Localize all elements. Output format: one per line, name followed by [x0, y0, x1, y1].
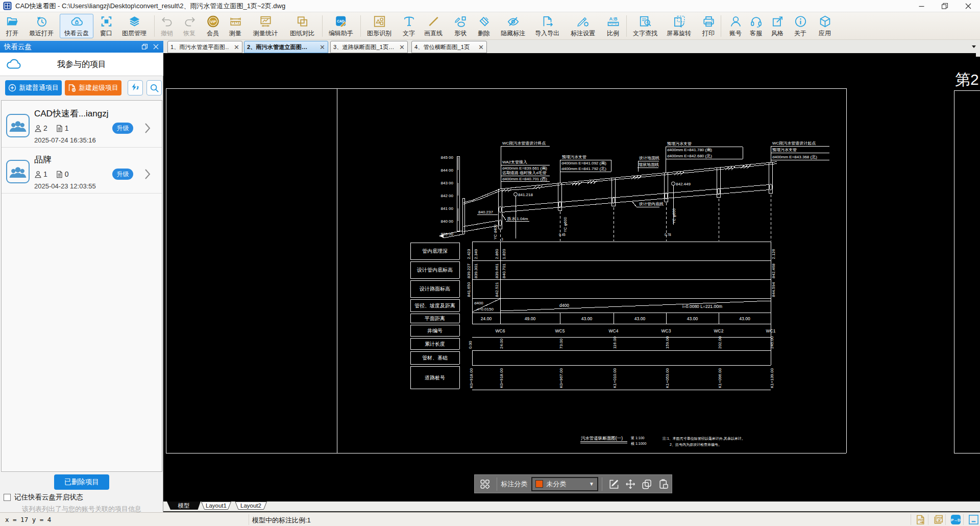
tab-close-icon[interactable]: ✕ — [478, 44, 484, 51]
support-icon — [749, 15, 763, 28]
cad-text: d400 — [559, 303, 569, 308]
doc-tab-label: 4、管位横断面图_1页 — [414, 43, 474, 51]
cad-text: 1.820 — [502, 249, 506, 259]
cad-text: 2.126 — [771, 249, 776, 259]
restore-button[interactable] — [933, 0, 957, 12]
p2d-converter-icon[interactable]: P→D — [950, 514, 962, 525]
paste-annotation-icon[interactable] — [658, 478, 669, 490]
ribbon-label: 图形识别 — [367, 29, 391, 38]
ribbon-window[interactable]: 窗口 — [94, 14, 118, 38]
ribbon-layer-manager[interactable]: 图层管理 — [118, 14, 150, 38]
cad-geometry — [166, 88, 980, 453]
cad-text: WC3 — [662, 328, 671, 333]
edit-annotation-icon[interactable] — [608, 478, 620, 490]
ribbon-label: 图层管理 — [122, 29, 146, 38]
move-annotation-icon[interactable] — [625, 478, 636, 490]
doc-tab[interactable]: 3、道路纵断面图_1页…✕ — [330, 41, 408, 53]
cad-text: 注:1、本图尺寸单位除管径以毫米计外,其余以米计。 — [663, 436, 745, 441]
doc-tab[interactable]: 1、雨污水管道平面图…✕ — [167, 41, 242, 53]
ribbon-open[interactable]: 打开 — [1, 14, 24, 38]
ribbon-draw-line[interactable]: 画直线 — [418, 14, 449, 38]
cad-text: 管径、坡度及距离 — [414, 303, 455, 308]
minimized-drawing-icon[interactable] — [968, 514, 979, 525]
copy-annotation-icon[interactable] — [641, 478, 652, 490]
panel-float-button[interactable] — [139, 42, 150, 52]
annotation-grid-icon[interactable] — [479, 478, 491, 490]
ribbon-edit-assistant[interactable]: CAD编辑助手 — [325, 14, 357, 38]
ribbon-delete[interactable]: 删除 — [472, 14, 496, 38]
tab-layout1[interactable]: Layout1 — [206, 503, 227, 509]
project-item[interactable]: 品牌10升级2025-04-23 12:03:55 — [2, 147, 162, 193]
new-normal-project-button[interactable]: 新建普通项目 — [5, 80, 62, 95]
ribbon-label: 打开 — [6, 29, 18, 38]
ribbon-apps[interactable]: 应用 — [813, 14, 837, 38]
status-bar: x = 17 y = 4 模型中的标注比例:1 PDF PDF P→D — [0, 512, 980, 526]
screen-rotate-icon — [672, 15, 686, 28]
ribbon-measure[interactable]: 测量 — [224, 14, 247, 38]
cad-text: WC段污水管道设计起点 — [772, 141, 816, 146]
ribbon-vip[interactable]: VIP会员 — [201, 14, 225, 38]
remember-state-checkbox[interactable] — [4, 494, 11, 501]
ribbon-measure-stats[interactable]: 测量统计 — [250, 14, 281, 38]
annotation-category-dropdown[interactable]: 未分类 ▼ — [531, 477, 598, 491]
deleted-projects-button[interactable]: 已删除项目 — [54, 474, 109, 490]
drawing-canvas[interactable]: 第2845 00844 00843 00842 00841 00840 0083… — [163, 53, 980, 501]
ribbon-hide-annotations[interactable]: 隐藏标注 — [497, 14, 529, 38]
tab-close-icon[interactable]: ✕ — [399, 44, 405, 51]
ribbon-style[interactable]: 风格 — [766, 14, 789, 38]
cad-text: 840.237 — [478, 210, 493, 214]
ribbon-scale[interactable]: A:B比例 — [601, 14, 625, 38]
cad-text: d400mm E=843.368 (北) — [772, 155, 817, 159]
ribbon-print[interactable]: 打印 — [697, 14, 720, 38]
ribbon-redo[interactable]: 恢复 — [178, 14, 201, 38]
upgrade-badge[interactable]: 升级 — [112, 169, 133, 180]
new-super-project-button[interactable]: 新建超级项目 — [65, 80, 121, 95]
minimize-button[interactable] — [910, 0, 933, 12]
cad-text: WC2 — [714, 328, 724, 333]
ribbon-support[interactable]: 客服 — [744, 14, 768, 38]
export-pdf-icon[interactable]: PDF — [915, 514, 926, 525]
ribbon-shapes[interactable]: 形状 — [449, 14, 472, 38]
chevron-right-icon[interactable] — [142, 167, 153, 181]
open-icon — [6, 15, 19, 28]
ribbon-annotation-settings[interactable]: 标注设置 — [567, 14, 599, 38]
project-item[interactable]: CAD快速看...iangzj21升级2025-07-24 16:35:16 — [2, 103, 162, 147]
tab-close-icon[interactable]: ✕ — [234, 44, 239, 51]
upgrade-badge[interactable]: 升级 — [112, 123, 133, 134]
chevron-right-icon[interactable] — [142, 121, 153, 135]
ribbon-label: 撤销 — [161, 29, 173, 38]
search-projects-button[interactable] — [146, 80, 162, 95]
ribbon-import-export[interactable]: 导入导出 — [531, 14, 563, 38]
cad-text: d400mm E=841.780 (南) — [667, 148, 712, 152]
close-button[interactable] — [957, 0, 980, 12]
ribbon-undo[interactable]: 撤销 — [155, 14, 179, 38]
title-bar: CAD快速看图 - C:\Users\liangzj\Desktop\conve… — [0, 0, 980, 12]
cad-text: 43.00 — [634, 316, 646, 321]
cloud-drive-panel: 快看云盘 我参与的项目 新建普通项目 新建超级项目 CAD快速看...iangz… — [0, 41, 163, 512]
doc-tab[interactable]: 2、雨污水管道立面图…✕ — [244, 41, 328, 53]
ribbon-cloud-drive[interactable]: 快看云盘 — [60, 14, 93, 38]
cad-text: 设计管内底标高 — [416, 267, 453, 273]
refresh-projects-button[interactable] — [128, 80, 143, 95]
tab-model[interactable]: 模型 — [178, 503, 190, 509]
ribbon-text-search[interactable]: A文字查找 — [629, 14, 661, 38]
ribbon-recent[interactable]: 最近打开 — [26, 14, 57, 38]
tab-close-icon[interactable]: ✕ — [320, 44, 325, 51]
ribbon-drawing-compare[interactable]: 图纸对比 — [286, 14, 318, 38]
ribbon-shape-recognition[interactable]: 图形识别 — [363, 14, 395, 38]
ribbon-separator — [154, 15, 155, 37]
ribbon-label: 风格 — [771, 29, 783, 38]
cad-text: i=0.0150 — [478, 307, 494, 312]
batch-pdf-icon[interactable]: PDF — [933, 514, 944, 525]
tab-overflow-icon[interactable] — [971, 43, 977, 50]
doc-tab[interactable]: 4、管位横断面图_1页✕ — [411, 41, 487, 53]
ribbon-screen-rotate[interactable]: 屏幕旋转 — [663, 14, 695, 38]
category-color-swatch — [535, 480, 543, 488]
cad-text: 840.701 — [502, 264, 506, 278]
cloud-panel-header[interactable]: 快看云盘 — [0, 41, 163, 53]
cad-text: d400mm E=839.661 (南) — [502, 166, 547, 171]
cad-text: 842.468 — [771, 264, 776, 278]
ribbon-about[interactable]: 关于 — [789, 14, 812, 38]
panel-close-button[interactable] — [150, 42, 161, 52]
tab-layout2[interactable]: Layout2 — [240, 503, 261, 509]
